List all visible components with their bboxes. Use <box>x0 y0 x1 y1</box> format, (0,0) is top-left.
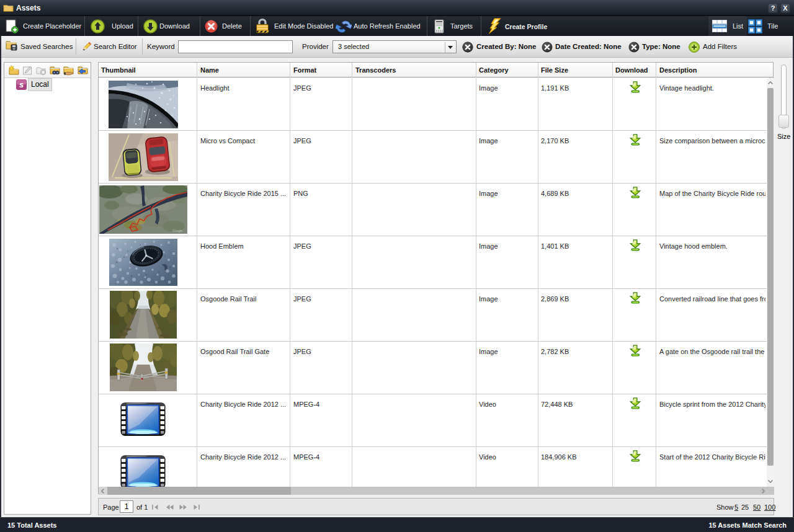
svg-text:Google: Google <box>172 229 182 233</box>
svg-text:s: s <box>19 80 24 89</box>
